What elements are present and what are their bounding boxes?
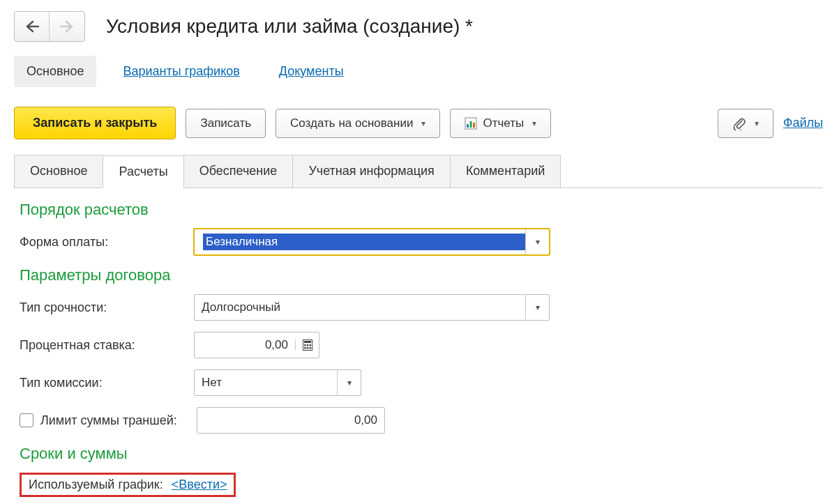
svg-rect-2 xyxy=(470,121,472,128)
bar-chart-icon xyxy=(465,117,477,130)
nav-buttons xyxy=(14,11,85,42)
reports-button[interactable]: Отчеты ▾ xyxy=(450,109,551,138)
term-type-value: Долгосрочный xyxy=(195,295,525,320)
tab-accounting[interactable]: Учетная информация xyxy=(292,155,451,188)
back-button[interactable] xyxy=(15,12,50,41)
schedule-enter-link[interactable]: <Ввести> xyxy=(172,478,227,492)
create-based-label: Создать на основании xyxy=(290,116,413,130)
schedule-highlight: Используемый график: <Ввести> xyxy=(20,473,236,497)
section-tab-documents[interactable]: Документы xyxy=(266,56,356,87)
group-contract-title: Параметры договора xyxy=(20,266,817,284)
svg-rect-10 xyxy=(306,347,308,349)
commission-type-value: Нет xyxy=(195,370,337,395)
create-based-button[interactable]: Создать на основании ▾ xyxy=(276,109,440,138)
payment-form-label: Форма оплаты: xyxy=(20,235,194,250)
term-type-select[interactable]: Долгосрочный ▾ xyxy=(194,294,550,321)
commission-type-label: Тип комиссии: xyxy=(20,376,194,390)
rate-label: Процентная ставка: xyxy=(20,338,194,353)
tab-comment[interactable]: Комментарий xyxy=(450,155,561,188)
tranche-limit-value: 0,00 xyxy=(197,409,384,432)
group-terms-title: Сроки и суммы xyxy=(20,445,817,463)
svg-rect-3 xyxy=(473,123,475,128)
tab-main[interactable]: Основное xyxy=(14,155,103,188)
chevron-down-icon: ▾ xyxy=(532,119,536,128)
group-settlements-title: Порядок расчетов xyxy=(20,201,817,219)
section-tab-main[interactable]: Основное xyxy=(14,56,96,87)
section-tab-documents-link[interactable]: Документы xyxy=(279,64,344,78)
section-tab-variants-link[interactable]: Варианты графиков xyxy=(123,64,239,78)
rate-input[interactable]: 0,00 xyxy=(194,332,319,358)
paperclip-icon xyxy=(732,116,746,130)
commission-type-select[interactable]: Нет ▾ xyxy=(194,369,361,396)
calculator-icon[interactable] xyxy=(295,339,319,351)
page-title: Условия кредита или займа (создание) * xyxy=(106,15,473,38)
save-close-button[interactable]: Записать и закрыть xyxy=(14,107,176,139)
chevron-down-icon[interactable]: ▾ xyxy=(525,295,549,320)
chevron-down-icon[interactable]: ▾ xyxy=(525,229,549,254)
tranche-limit-label: Лимит суммы траншей: xyxy=(40,413,197,428)
chevron-down-icon[interactable]: ▾ xyxy=(337,370,361,395)
svg-rect-9 xyxy=(304,347,306,349)
tranche-limit-input[interactable]: 0,00 xyxy=(197,407,385,434)
save-button[interactable]: Записать xyxy=(186,109,266,138)
svg-rect-8 xyxy=(309,344,311,346)
chevron-down-icon: ▾ xyxy=(755,119,759,128)
rate-value: 0,00 xyxy=(195,334,295,356)
tranche-limit-checkbox[interactable] xyxy=(20,413,33,427)
attachment-button[interactable]: ▾ xyxy=(718,109,774,138)
forward-button[interactable] xyxy=(50,12,84,41)
svg-rect-1 xyxy=(467,124,469,128)
tab-collateral[interactable]: Обеспечение xyxy=(183,155,294,188)
schedule-label: Используемый график: xyxy=(29,478,163,492)
term-type-label: Тип срочности: xyxy=(20,300,194,315)
svg-rect-6 xyxy=(304,344,306,346)
payment-form-value: Безналичная xyxy=(203,234,525,250)
section-tab-variants[interactable]: Варианты графиков xyxy=(110,56,252,87)
svg-rect-7 xyxy=(306,344,308,346)
tab-calculations[interactable]: Расчеты xyxy=(103,155,183,188)
payment-form-select[interactable]: Безналичная ▾ xyxy=(194,229,550,255)
svg-rect-11 xyxy=(309,347,311,349)
svg-rect-5 xyxy=(304,341,311,343)
files-link[interactable]: Файлы xyxy=(783,116,823,130)
chevron-down-icon: ▾ xyxy=(421,119,425,128)
reports-label: Отчеты xyxy=(483,116,524,130)
